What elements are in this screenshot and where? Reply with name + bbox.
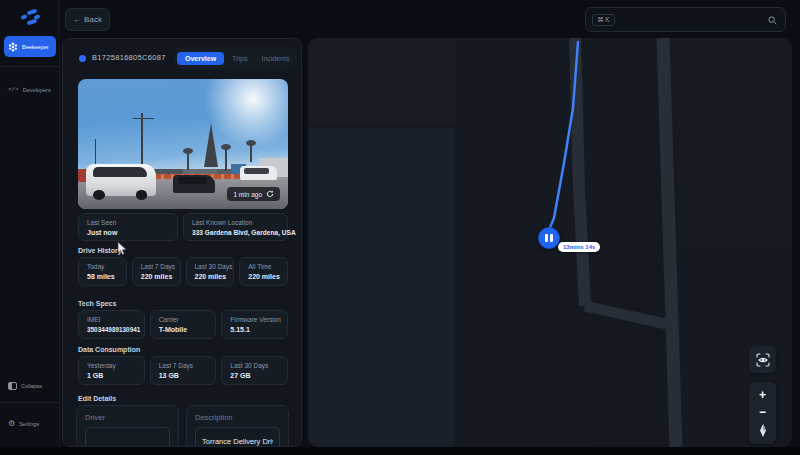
sidebar: Beekeeper </> Developers Collapse ⚙ Sett…: [0, 0, 60, 455]
stat-value: 220 miles: [248, 273, 279, 280]
last-seen-label: Last Seen: [87, 219, 169, 226]
search-input[interactable]: ⌘ K: [585, 7, 786, 32]
device-id: B1725816805C6087: [92, 53, 166, 62]
description-input[interactable]: [195, 427, 280, 447]
last-location-value: 333 Gardena Blvd, Gardena, USA: [192, 229, 279, 236]
honeycomb-icon: [8, 42, 18, 52]
last-location-label: Last Known Location: [192, 219, 279, 226]
pause-icon: [545, 234, 548, 242]
compass-icon[interactable]: [758, 424, 768, 437]
snapshot-age-badge: 1 min ago: [227, 187, 280, 201]
camera-snapshot[interactable]: 1 min ago: [78, 79, 288, 209]
sidebar-item-label: Developers: [23, 87, 51, 93]
street-view-button[interactable]: [749, 346, 776, 373]
driver-input[interactable]: [85, 427, 170, 447]
sidebar-item-beekeeper[interactable]: Beekeeper: [4, 36, 56, 57]
stat-label: Today: [87, 263, 118, 270]
drive-history-title: Drive History: [78, 247, 122, 254]
stat-value: 220 miles: [141, 273, 172, 280]
tall-tree: [204, 123, 218, 167]
stat-label: IMEI: [87, 316, 136, 323]
snapshot-age: 1 min ago: [233, 191, 262, 198]
stat-value: 220 miles: [195, 273, 226, 280]
stat-value: 27 GB: [230, 372, 279, 379]
zoom-control: + −: [749, 382, 776, 444]
code-icon: </>: [8, 86, 19, 93]
stat-card: All Time 220 miles: [239, 257, 288, 286]
sidebar-item-label: Settings: [19, 421, 39, 427]
last-location-card: Last Known Location 333 Gardena Blvd, Ga…: [183, 213, 288, 241]
stat-card: Last 7 Days 220 miles: [132, 257, 181, 286]
refresh-icon[interactable]: [266, 190, 274, 198]
back-label: Back: [84, 15, 102, 24]
gear-icon: ⚙: [8, 420, 15, 428]
white-suv: [86, 164, 155, 197]
stat-label: Last 30 Days: [230, 362, 279, 369]
wheel: [93, 190, 105, 200]
wheel: [136, 190, 148, 200]
driver-field-card: Driver: [76, 405, 179, 447]
keyboard-shortcut-badge: ⌘ K: [592, 14, 615, 26]
tab-overview[interactable]: Overview: [177, 52, 224, 65]
edit-details-title: Edit Details: [78, 395, 116, 402]
stat-value: 58 miles: [87, 273, 118, 280]
back-arrow-icon: ←: [73, 15, 81, 24]
stat-card: Firmware Version 5.15.1: [221, 310, 288, 339]
tab-trips[interactable]: Trips: [226, 52, 253, 65]
sidebar-item-collapse[interactable]: Collapse: [4, 375, 56, 396]
stat-label: Yesterday: [87, 362, 136, 369]
sidebar-divider: [0, 402, 60, 403]
palm-tree: [187, 152, 189, 170]
tech-specs-cards: IMEI 350344989130941 Carrier T-Mobile Fi…: [78, 310, 288, 339]
online-status-dot: [79, 55, 86, 62]
stat-value: 350344989130941: [87, 326, 136, 333]
map-canvas[interactable]: 13mins 14s + −: [308, 38, 792, 447]
tab-incidents[interactable]: Incidents: [255, 52, 295, 65]
last-seen-card: Last Seen Just now: [78, 213, 178, 241]
stat-label: Firmware Version: [230, 316, 279, 323]
data-consumption-title: Data Consumption: [78, 346, 140, 353]
stat-label: Last 7 Days: [141, 263, 172, 270]
sidebar-item-label: Beekeeper: [22, 44, 49, 50]
app-logo-icon: [18, 6, 42, 28]
pole-crossbar: [133, 118, 154, 119]
mouse-cursor: [117, 242, 128, 256]
stat-label: Last 7 Days: [159, 362, 208, 369]
stat-card: Last 7 Days 13 GB: [150, 356, 217, 385]
stat-card: Last 30 Days 220 miles: [186, 257, 235, 286]
palm-tree: [250, 144, 252, 162]
bottom-bar: [0, 447, 800, 455]
zoom-out-button[interactable]: −: [759, 406, 766, 418]
camera-eye-icon: [756, 353, 770, 367]
stat-value: T-Mobile: [159, 326, 208, 333]
drive-history-cards: Today 58 miles Last 7 Days 220 miles Las…: [78, 257, 288, 286]
pause-icon: [550, 234, 553, 242]
collapse-panel-icon: [8, 382, 17, 390]
device-detail-panel: B1725816805C6087 Overview Trips Incident…: [62, 38, 302, 447]
stat-label: All Time: [248, 263, 279, 270]
search-icon: [768, 16, 777, 25]
back-button[interactable]: ← Back: [65, 8, 110, 31]
stat-card: Yesterday 1 GB: [78, 356, 145, 385]
stat-value: 13 GB: [159, 372, 208, 379]
vehicle-marker[interactable]: [538, 227, 560, 249]
description-field-card: Description: [186, 405, 289, 447]
description-field-label: Description: [195, 413, 280, 422]
sidebar-item-settings[interactable]: ⚙ Settings: [4, 413, 56, 434]
suv-windows: [93, 167, 147, 177]
dark-sedan: [173, 175, 215, 193]
stat-card: Carrier T-Mobile: [150, 310, 217, 339]
stat-value: 1 GB: [87, 372, 136, 379]
stat-label: Last 30 Days: [195, 263, 226, 270]
tab-group: Overview Trips Incidents: [175, 47, 297, 69]
zoom-in-button[interactable]: +: [759, 389, 766, 401]
white-car: [240, 166, 278, 180]
stat-value: 5.15.1: [230, 326, 279, 333]
tech-specs-title: Tech Specs: [78, 300, 116, 307]
stat-label: Carrier: [159, 316, 208, 323]
sidebar-divider: [0, 66, 60, 67]
sidebar-item-developers[interactable]: </> Developers: [4, 79, 56, 100]
data-consumption-cards: Yesterday 1 GB Last 7 Days 13 GB Last 30…: [78, 356, 288, 385]
stat-card: IMEI 350344989130941: [78, 310, 145, 339]
palm-tree: [225, 148, 227, 171]
